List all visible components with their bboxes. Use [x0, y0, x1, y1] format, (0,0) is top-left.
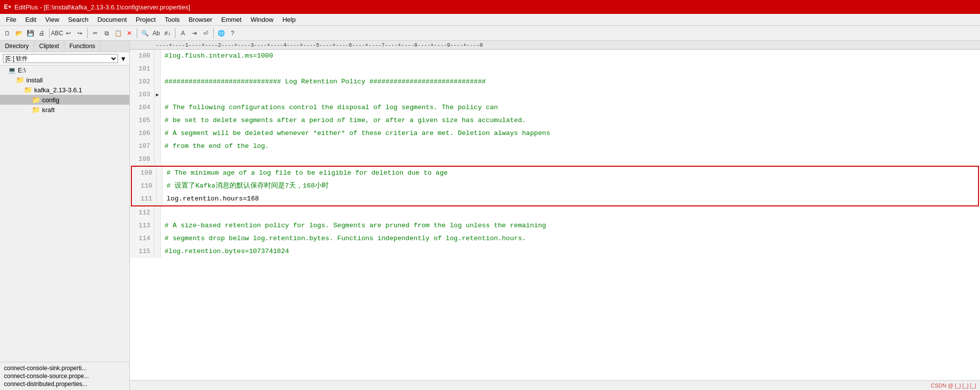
save-button[interactable]: 💾: [25, 28, 36, 39]
directory-panel: [E:] 软件 ▼ 💻 E:\ 📁 install 📁 kafka_2.13-3…: [0, 52, 129, 362]
tree-item-config[interactable]: 📁 config: [0, 95, 129, 105]
line-content[interactable]: # A size-based retention policy for logs…: [161, 219, 546, 232]
table-row[interactable]: 110# 设置了Kafka消息的默认保存时间是7天，168小时: [132, 180, 978, 193]
app-icon: E+: [4, 3, 11, 10]
menu-item-view[interactable]: View: [41, 15, 63, 24]
toolbar-sep-3: [137, 28, 137, 38]
find-button[interactable]: 🔍: [139, 28, 150, 39]
line-marker: [155, 127, 161, 140]
undo-button[interactable]: ↩: [63, 28, 74, 39]
table-row[interactable]: 106# A segment will be deleted whenever …: [130, 127, 980, 140]
folder-icon-kafka: 📁: [24, 86, 32, 94]
tab-functions[interactable]: Functions: [64, 41, 101, 52]
table-row[interactable]: 107# from the end of the log.: [130, 140, 980, 153]
redo-button[interactable]: ↪: [74, 28, 85, 39]
tree-item-install[interactable]: 📁 install: [0, 75, 129, 85]
line-content[interactable]: ############################# Log Retent…: [161, 75, 486, 88]
table-row[interactable]: 115#log.retention.bytes=1073741824: [130, 245, 980, 258]
print-button[interactable]: 🖨: [36, 28, 47, 39]
format-button[interactable]: A: [177, 28, 188, 39]
menu-item-edit[interactable]: Edit: [21, 15, 40, 24]
table-row[interactable]: 109# The minimum age of a log file to be…: [132, 167, 978, 180]
menu-item-window[interactable]: Window: [246, 15, 277, 24]
table-row[interactable]: 103▶: [130, 88, 980, 101]
toolbar: 🗋 📂 💾 🖨 ABC ↩ ↪ ✂ ⧉ 📋 ✕ 🔍 Ab #↓ A ⇥ ⏎ 🌐 …: [0, 26, 980, 41]
line-content[interactable]: [161, 63, 165, 75]
menu-item-help[interactable]: Help: [279, 15, 300, 24]
menu-item-search[interactable]: Search: [64, 15, 92, 24]
line-content[interactable]: # segments drop below log.retention.byte…: [161, 232, 526, 245]
wordwrap-button[interactable]: ⏎: [200, 28, 211, 39]
code-editor[interactable]: 100#log.flush.interval.ms=1000101102####…: [130, 50, 980, 380]
table-row[interactable]: 111log.retention.hours=168: [132, 193, 978, 205]
drive-dropdown[interactable]: [E:] 软件: [3, 54, 118, 63]
menu-item-document[interactable]: Document: [94, 15, 131, 24]
line-content[interactable]: [161, 206, 165, 219]
menu-item-project[interactable]: Project: [132, 15, 160, 24]
line-content[interactable]: # The minimum age of a log file to be el…: [163, 167, 448, 180]
table-row[interactable]: 104# The following configurations contro…: [130, 101, 980, 114]
line-content[interactable]: # A segment will be deleted whenever *ei…: [161, 127, 550, 140]
tree-item-kraft[interactable]: 📁 kraft: [0, 105, 129, 115]
line-marker: [155, 63, 161, 75]
toolbar-sep-5: [213, 28, 214, 38]
editor-area[interactable]: ----+----1----+----2----+----3----+----4…: [130, 41, 980, 390]
line-number: 105: [130, 114, 155, 127]
table-row[interactable]: 113# A size-based retention policy for l…: [130, 219, 980, 232]
line-content[interactable]: # 设置了Kafka消息的默认保存时间是7天，168小时: [163, 180, 329, 193]
line-content[interactable]: # be set to delete segments after a peri…: [161, 114, 526, 127]
sidebar-tabs: Directory Cliptext Functions: [0, 41, 129, 52]
line-content[interactable]: #log.retention.bytes=1073741824: [161, 245, 289, 258]
table-row[interactable]: 101: [130, 63, 980, 75]
line-content[interactable]: # The following configurations control t…: [161, 101, 498, 114]
table-row[interactable]: 112: [130, 206, 980, 219]
line-content[interactable]: log.retention.hours=168: [163, 193, 259, 205]
line-content[interactable]: # from the end of the log.: [161, 140, 269, 153]
table-row[interactable]: 108: [130, 153, 980, 166]
browser-button[interactable]: 🌐: [216, 28, 227, 39]
file-item-0[interactable]: connect-console-sink.properti...: [2, 364, 127, 372]
tab-cliptext[interactable]: Cliptext: [34, 41, 64, 52]
open-button[interactable]: 📂: [13, 28, 24, 39]
table-row[interactable]: 105# be set to delete segments after a p…: [130, 114, 980, 127]
indent-button[interactable]: ⇥: [189, 28, 200, 39]
spell-button[interactable]: ABC: [52, 28, 62, 39]
line-content[interactable]: [161, 88, 165, 101]
help-button[interactable]: ?: [227, 28, 238, 39]
menu-item-emmet[interactable]: Emmet: [217, 15, 245, 24]
line-content[interactable]: [161, 153, 165, 166]
line-marker: [155, 153, 161, 166]
paste-button[interactable]: 📋: [113, 28, 123, 39]
line-marker: ▶: [155, 88, 161, 101]
folder-icon-kraft: 📁: [32, 106, 40, 114]
replace-button[interactable]: Ab: [151, 28, 162, 39]
menu-item-browser[interactable]: Browser: [185, 15, 217, 24]
toolbar-sep-1: [49, 28, 50, 38]
file-item-1[interactable]: connect-console-source.prope...: [2, 372, 127, 380]
line-number: 110: [132, 180, 157, 193]
line-marker: [155, 245, 161, 258]
menu-item-tools[interactable]: Tools: [161, 15, 183, 24]
line-marker: [155, 219, 161, 232]
file-item-2[interactable]: connect-distributed.properties...: [2, 380, 127, 388]
table-row[interactable]: 102############################# Log Ret…: [130, 75, 980, 88]
table-row[interactable]: 114# segments drop below log.retention.b…: [130, 232, 980, 245]
delete-button[interactable]: ✕: [124, 28, 135, 39]
ruler: ----+----1----+----2----+----3----+----4…: [130, 41, 980, 50]
tree-label-e: E:\: [18, 66, 26, 74]
line-content[interactable]: #log.flush.interval.ms=1000: [161, 50, 273, 63]
table-row[interactable]: 100#log.flush.interval.ms=1000: [130, 50, 980, 63]
menu-item-file[interactable]: File: [2, 15, 20, 24]
copy-button[interactable]: ⧉: [101, 28, 112, 39]
toolbar-sep-2: [87, 28, 88, 38]
dropdown-arrow[interactable]: ▼: [120, 55, 126, 63]
tab-directory[interactable]: Directory: [0, 41, 34, 52]
tree-item-e[interactable]: 💻 E:\: [0, 65, 129, 75]
tree-item-kafka[interactable]: 📁 kafka_2.13-3.6.1: [0, 85, 129, 95]
new-button[interactable]: 🗋: [2, 28, 13, 39]
cut-button[interactable]: ✂: [90, 28, 101, 39]
folder-icon-config: 📁: [32, 96, 40, 104]
line-number: 104: [130, 101, 155, 114]
line-marker: [155, 140, 161, 153]
goto-button[interactable]: #↓: [162, 28, 173, 39]
